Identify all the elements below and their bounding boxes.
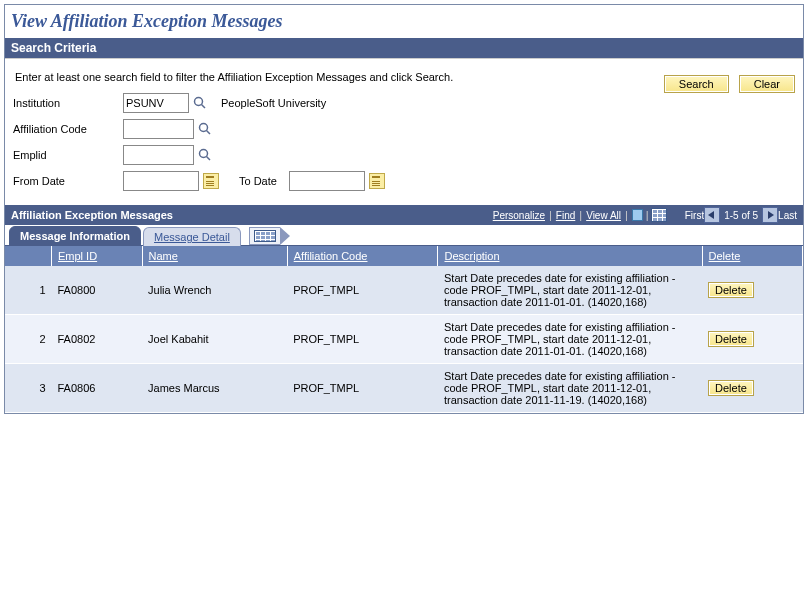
exception-messages-table: Empl ID Name Affiliation Code Descriptio… <box>5 246 803 413</box>
lookup-icon[interactable] <box>198 148 212 162</box>
page-container: View Affiliation Exception Messages Sear… <box>4 4 804 414</box>
row-number: 2 <box>5 315 52 364</box>
svg-line-3 <box>207 131 211 135</box>
col-affiliation-code[interactable]: Affiliation Code <box>287 246 438 266</box>
find-link[interactable]: Find <box>556 210 575 221</box>
institution-input[interactable] <box>123 93 189 113</box>
from-date-input[interactable] <box>123 171 199 191</box>
search-button[interactable]: Search <box>664 75 729 93</box>
search-button-row: Search Clear <box>664 75 795 93</box>
col-emplid[interactable]: Empl ID <box>52 246 143 266</box>
table-row: 2 FA0802 Joel Kabahit PROF_TMPL Start Da… <box>5 315 803 364</box>
calendar-icon[interactable] <box>369 173 385 189</box>
svg-line-1 <box>202 105 206 109</box>
search-criteria-panel: Enter at least one search field to filte… <box>5 58 803 205</box>
grid-tabstrip: Message Information Message Detail <box>5 225 803 246</box>
to-date-input[interactable] <box>289 171 365 191</box>
emplid-label: Emplid <box>13 149 123 161</box>
grid-icon <box>249 227 280 245</box>
cell-name: James Marcus <box>142 364 287 413</box>
row-number: 3 <box>5 364 52 413</box>
cell-description: Start Date precedes date for existing af… <box>438 266 702 315</box>
from-date-label: From Date <box>13 175 123 187</box>
row-counter: 1-5 of 5 <box>724 210 758 221</box>
show-all-columns-button[interactable] <box>249 227 290 245</box>
clear-button[interactable]: Clear <box>739 75 795 93</box>
view-all-link[interactable]: View All <box>586 210 621 221</box>
grid-section-title: Affiliation Exception Messages <box>11 209 173 221</box>
lookup-icon[interactable] <box>198 122 212 136</box>
table-row: 3 FA0806 James Marcus PROF_TMPL Start Da… <box>5 364 803 413</box>
col-name[interactable]: Name <box>142 246 287 266</box>
nav-first-label: First <box>685 210 704 221</box>
grid-header-bar: Affiliation Exception Messages Personali… <box>5 205 803 225</box>
lookup-icon[interactable] <box>193 96 207 110</box>
cell-emplid: FA0806 <box>52 364 143 413</box>
cell-description: Start Date precedes date for existing af… <box>438 364 702 413</box>
calendar-icon[interactable] <box>203 173 219 189</box>
cell-name: Julia Wrench <box>142 266 287 315</box>
download-icon[interactable] <box>651 208 667 222</box>
institution-label: Institution <box>13 97 123 109</box>
col-rownum <box>5 246 52 266</box>
institution-description: PeopleSoft University <box>221 97 326 109</box>
to-date-label: To Date <box>239 175 277 187</box>
delete-button[interactable]: Delete <box>708 331 754 347</box>
nav-last-label: Last <box>778 210 797 221</box>
cell-affiliation-code: PROF_TMPL <box>287 315 438 364</box>
cell-description: Start Date precedes date for existing af… <box>438 315 702 364</box>
next-icon[interactable] <box>762 207 778 223</box>
chevron-right-icon <box>280 227 290 245</box>
affiliation-code-label: Affiliation Code <box>13 123 123 135</box>
svg-point-4 <box>200 150 208 158</box>
cell-affiliation-code: PROF_TMPL <box>287 266 438 315</box>
emplid-input[interactable] <box>123 145 194 165</box>
cell-affiliation-code: PROF_TMPL <box>287 364 438 413</box>
table-row: 1 FA0800 Julia Wrench PROF_TMPL Start Da… <box>5 266 803 315</box>
cell-name: Joel Kabahit <box>142 315 287 364</box>
col-description[interactable]: Description <box>438 246 702 266</box>
previous-icon[interactable] <box>704 207 720 223</box>
page-title: View Affiliation Exception Messages <box>5 5 803 38</box>
personalize-link[interactable]: Personalize <box>493 210 545 221</box>
cell-emplid: FA0802 <box>52 315 143 364</box>
affiliation-code-input[interactable] <box>123 119 194 139</box>
delete-button[interactable]: Delete <box>708 380 754 396</box>
row-number: 1 <box>5 266 52 315</box>
tab-message-detail[interactable]: Message Detail <box>143 227 241 246</box>
tab-message-information[interactable]: Message Information <box>9 226 141 246</box>
search-criteria-header: Search Criteria <box>5 38 803 58</box>
cell-emplid: FA0800 <box>52 266 143 315</box>
svg-point-0 <box>195 98 203 106</box>
svg-line-5 <box>207 157 211 161</box>
zoom-icon[interactable] <box>630 208 644 222</box>
col-delete[interactable]: Delete <box>702 246 802 266</box>
delete-button[interactable]: Delete <box>708 282 754 298</box>
svg-point-2 <box>200 124 208 132</box>
